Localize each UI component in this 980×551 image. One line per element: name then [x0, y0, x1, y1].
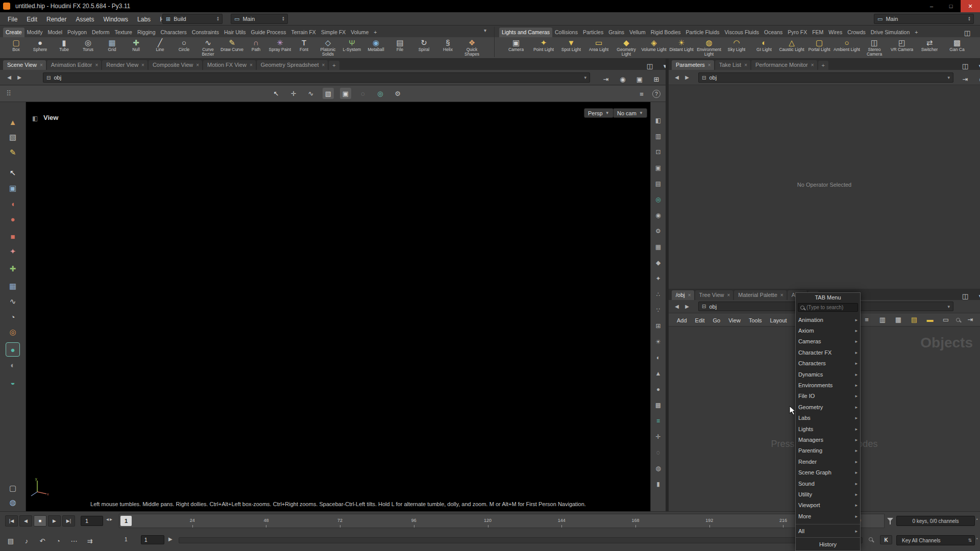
spinner-icon[interactable]: ⇅: [968, 538, 974, 543]
shelf-tool-sky-light[interactable]: ◠Sky Light: [723, 37, 750, 59]
pane-tab-add[interactable]: +: [818, 61, 828, 70]
tabmenu-item-cameras[interactable]: Cameras▸: [796, 336, 860, 347]
shelf-tool-stereo-camera[interactable]: ◫Stereo Camera: [861, 37, 888, 59]
shelf-tab-terrain-fx[interactable]: Terrain FX: [288, 28, 318, 37]
follow-selection-icon[interactable]: ◉: [617, 73, 628, 85]
select-mode-icon[interactable]: ↖: [271, 88, 282, 99]
pane-split-icon[interactable]: ◫: [962, 27, 973, 38]
shelf-tab-add[interactable]: +: [912, 28, 920, 37]
playbar-options-icon[interactable]: ▤: [5, 535, 16, 546]
toolbox-sphere-icon[interactable]: ●: [6, 343, 19, 356]
points-icon[interactable]: ∴: [653, 289, 664, 299]
path-dropdown-icon[interactable]: ▾: [947, 75, 953, 80]
tabmenu-item-parenting[interactable]: Parenting▸: [796, 445, 860, 456]
net-menu-go[interactable]: Go: [709, 317, 725, 323]
tabmenu-item-environments[interactable]: Environments▸: [796, 380, 860, 390]
shelf-tab-lights-and-cameras[interactable]: Lights and Cameras: [499, 28, 552, 37]
viewport-options-icon[interactable]: ⚙: [392, 88, 403, 99]
texture-icon[interactable]: ▩: [653, 400, 664, 410]
shelf-tab-collisions[interactable]: Collisions: [552, 28, 580, 37]
pane-tab-parameters[interactable]: Parameters×: [672, 60, 714, 70]
find-icon[interactable]: [956, 318, 960, 322]
shelf-tab-texture[interactable]: Texture: [112, 28, 134, 37]
forward-icon[interactable]: ▶: [15, 73, 23, 82]
display-sliders-icon[interactable]: ≡: [636, 88, 647, 99]
shelf-tab-grains[interactable]: Grains: [606, 28, 627, 37]
toolbox-select-icon[interactable]: ↖: [6, 166, 19, 180]
toolbox-character-icon[interactable]: ✦: [6, 245, 19, 258]
close-tab-icon[interactable]: ×: [744, 62, 747, 68]
playback-range-bar[interactable]: [179, 537, 863, 543]
tabmenu-item-sound[interactable]: Sound▸: [796, 478, 860, 489]
path-dropdown-icon[interactable]: ▾: [947, 304, 953, 309]
pane-tab-composite-view[interactable]: Composite View×: [149, 60, 202, 70]
toolbox-secure-selection-icon[interactable]: ▣: [6, 182, 19, 195]
back-icon[interactable]: ◀: [673, 73, 681, 82]
toolbox-pose-icon[interactable]: ▲: [6, 115, 19, 129]
menu-assets[interactable]: Assets: [71, 16, 99, 23]
net-menu-tools[interactable]: Tools: [745, 317, 766, 323]
close-tab-icon[interactable]: ×: [40, 62, 43, 68]
pane-tab-render-view[interactable]: Render View×: [102, 60, 148, 70]
shelf-tool-geometry-light[interactable]: ◆Geometry Light: [612, 37, 640, 59]
edit-curve-icon[interactable]: ∿: [305, 88, 316, 99]
close-tab-icon[interactable]: ×: [95, 62, 98, 68]
scene-graph-icon[interactable]: ≡: [653, 416, 664, 426]
tabmenu-item-characters[interactable]: Characters▸: [796, 358, 860, 369]
close-tab-icon[interactable]: ×: [322, 62, 325, 68]
normals-icon[interactable]: ✦: [653, 273, 664, 284]
shelf-tool-curve-bezier[interactable]: ∿Curve Bezier: [196, 37, 220, 59]
jump-end-button[interactable]: ▶|: [62, 515, 75, 527]
stop-button[interactable]: ■: [34, 515, 46, 527]
tabmenu-item-axiom[interactable]: Axiom▸: [796, 325, 860, 336]
pin-pane-icon[interactable]: ⇥: [960, 73, 971, 85]
handles-display-icon[interactable]: ✛: [653, 432, 664, 442]
vertices-icon[interactable]: ∵: [653, 305, 664, 315]
shelf-tab-model[interactable]: Model: [45, 28, 65, 37]
shelf-tab-vellum[interactable]: Vellum: [627, 28, 648, 37]
parameters-path-field[interactable]: ⊟ obj ▾: [698, 72, 953, 83]
net-color-palette-icon[interactable]: ▤: [909, 314, 920, 325]
net-box-icon[interactable]: ▭: [940, 314, 951, 325]
viewport-menu-icon[interactable]: ◧: [32, 115, 38, 122]
toolbox-curve-icon[interactable]: ∿: [6, 295, 19, 308]
toolbox-globe-icon[interactable]: ◐: [6, 358, 19, 371]
toolbox-pot-icon[interactable]: ◒: [6, 375, 19, 389]
right-desktop-select[interactable]: ▭ Main ▲▼: [874, 14, 974, 24]
desktop-build-select[interactable]: ⊞ Build ▲▼: [162, 14, 223, 24]
toolbox-paint-icon[interactable]: ✎: [6, 146, 19, 159]
shelf-tab-oceans[interactable]: Oceans: [762, 28, 785, 37]
shelf-tab-deform[interactable]: Deform: [89, 28, 112, 37]
grid-display-icon[interactable]: ⊞: [653, 321, 664, 331]
tabmenu-item-more[interactable]: More▸: [796, 511, 860, 521]
channel-search-icon[interactable]: [869, 537, 873, 541]
shelf-tool-line[interactable]: ╱Line: [148, 37, 172, 59]
tabmenu-item-animation[interactable]: Animation▸: [796, 314, 860, 325]
render-region-icon[interactable]: ◎: [375, 88, 386, 99]
shelf-overflow-icon[interactable]: ▾: [484, 28, 486, 33]
toolbox-box-icon[interactable]: ▢: [6, 482, 19, 495]
shelf-tool-area-light[interactable]: ▭Area Light: [585, 37, 612, 59]
jump-start-button[interactable]: |◀: [5, 515, 18, 527]
net-thumbs-icon[interactable]: ▦: [893, 314, 904, 325]
shelf-tool-helix[interactable]: §Helix: [436, 37, 460, 59]
close-tab-icon[interactable]: ×: [811, 62, 814, 68]
drag-handle-icon[interactable]: ⠿: [6, 89, 11, 97]
toolbox-transform-icon[interactable]: ✚: [6, 262, 19, 276]
minimize-button[interactable]: –: [922, 0, 941, 12]
camera-select-button[interactable]: No cam ▼: [613, 108, 647, 118]
render-view-icon[interactable]: ◎: [653, 194, 664, 205]
shelf-tab-simple-fx[interactable]: Simple FX: [318, 28, 348, 37]
view-mode-icon[interactable]: ◧: [653, 115, 664, 126]
pane-layout-icon[interactable]: ▥: [653, 131, 664, 141]
shelf-tool-platonic-solids[interactable]: ◇Platonic Solids: [316, 37, 340, 59]
shelf-tool-distant-light[interactable]: ☀Distant Light: [668, 37, 695, 59]
shelf-tool-path[interactable]: ∩Path: [244, 37, 268, 59]
shelf-tool-portal-light[interactable]: ▢Portal Light: [805, 37, 833, 59]
toolbox-snap-box-icon[interactable]: ■: [6, 230, 19, 243]
shelf-tab-pyro-fx[interactable]: Pyro FX: [785, 28, 810, 37]
pane-tab-take-list[interactable]: Take List×: [715, 60, 750, 70]
net-menu-edit[interactable]: Edit: [691, 317, 709, 323]
maximize-button[interactable]: □: [941, 0, 961, 12]
help-icon[interactable]: ?: [652, 90, 660, 98]
